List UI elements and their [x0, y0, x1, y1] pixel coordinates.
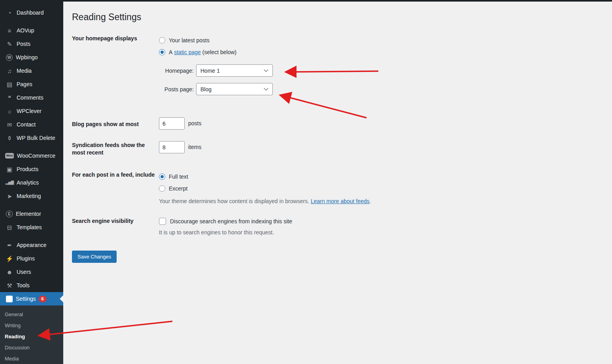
- sidebar-item-pages[interactable]: ▤ Pages: [0, 77, 63, 91]
- chevron-down-icon: [264, 86, 268, 90]
- settings-icon: ⇅: [6, 296, 13, 302]
- static-page-option[interactable]: A static page (select below): [159, 46, 604, 58]
- blog-pages-row: Blog pages show at most posts: [72, 117, 604, 130]
- sidebar-item-plugins[interactable]: ⚡ Plugins: [0, 252, 63, 265]
- homepage-select[interactable]: Home 1: [196, 64, 273, 77]
- submenu-item-reading[interactable]: Reading: [0, 331, 63, 342]
- feed-description-period: .: [370, 198, 371, 204]
- submenu-item-discussion[interactable]: Discussion: [0, 342, 63, 353]
- pushpin-icon: ✎: [6, 41, 13, 47]
- static-page-link[interactable]: static page: [174, 49, 201, 55]
- search-visibility-checkbox[interactable]: [159, 218, 166, 225]
- page-title: Reading Settings: [72, 12, 604, 23]
- full-text-option[interactable]: Full text: [159, 171, 604, 183]
- sidebar-item-label: Templates: [17, 224, 42, 230]
- sidebar-item-comments[interactable]: ❝ Comments: [0, 91, 63, 104]
- sidebar-item-tools[interactable]: ⚒ Tools: [0, 279, 63, 292]
- sidebar-item-media[interactable]: ♫ Media: [0, 64, 63, 77]
- search-visibility-row: Search engine visibility Discourage sear…: [72, 217, 604, 236]
- pages-icon: ▤: [6, 81, 13, 87]
- discourage-search-option[interactable]: Discourage search engines from indexing …: [159, 217, 604, 226]
- sidebar-item-analytics[interactable]: ▂▅▇ Analytics: [0, 176, 63, 189]
- sidebar-item-label: Contact: [17, 121, 36, 128]
- excerpt-option[interactable]: Excerpt: [159, 183, 604, 194]
- sidebar-item-label: WooCommerce: [17, 153, 55, 159]
- sidebar-item-aovup[interactable]: ≡ AOVup: [0, 24, 63, 37]
- sidebar-item-marketing[interactable]: ➤ Marketing: [0, 189, 63, 203]
- users-icon: ☻: [6, 269, 13, 275]
- mail-icon: ✉: [6, 122, 13, 128]
- sidebar-item-dashboard[interactable]: ◔ Dashboard: [0, 6, 63, 19]
- sidebar-item-label: Elementor: [16, 211, 41, 217]
- bar-chart-icon: ▂▅▇: [6, 181, 13, 185]
- lightbulb-icon: ☼: [6, 108, 13, 114]
- latest-posts-radio[interactable]: [159, 37, 165, 43]
- submenu-item-writing[interactable]: Writing: [0, 320, 63, 331]
- feed-description: Your theme determines how content is dis…: [159, 198, 604, 204]
- sidebar-item-wpbingo[interactable]: W Wpbingo: [0, 51, 63, 64]
- sidebar-item-label: Tools: [17, 282, 30, 289]
- homepage-displays-label: Your homepage displays: [72, 34, 159, 42]
- megaphone-icon: ➤: [6, 193, 13, 199]
- save-changes-button[interactable]: Save Changes: [72, 251, 117, 263]
- feed-content-row: For each post in a feed, include Full te…: [72, 171, 604, 204]
- folder-icon: ⊟: [6, 224, 13, 230]
- homepage-select-label: Homepage:: [159, 68, 194, 74]
- blog-pages-input[interactable]: [159, 117, 185, 130]
- sidebar-item-label: Pages: [17, 81, 32, 87]
- search-visibility-label: Search engine visibility: [72, 217, 159, 225]
- learn-more-feeds-link[interactable]: Learn more about feeds: [311, 198, 370, 204]
- homepage-select-value: Home 1: [200, 68, 220, 74]
- products-icon: ▣: [6, 166, 13, 172]
- homepage-displays-row: Your homepage displays Your latest posts…: [72, 34, 604, 95]
- posts-page-select-label: Posts page:: [159, 86, 194, 92]
- latest-posts-option[interactable]: Your latest posts: [159, 34, 604, 46]
- top-bar: [0, 0, 612, 2]
- syndication-row: Syndication feeds show the most recent i…: [72, 141, 604, 157]
- sidebar-item-label: Analytics: [17, 179, 39, 186]
- blog-pages-unit: posts: [188, 117, 201, 130]
- posts-page-select[interactable]: Blog: [196, 83, 273, 95]
- submenu-item-media[interactable]: Media: [0, 353, 63, 364]
- sidebar-item-label: Dashboard: [17, 9, 44, 16]
- submenu-item-general[interactable]: General: [0, 309, 63, 320]
- sidebar-item-label: Products: [17, 166, 38, 172]
- sidebar-item-label: WPClever: [17, 108, 42, 114]
- tools-icon: ⚒: [6, 283, 13, 289]
- sidebar-item-users[interactable]: ☻ Users: [0, 265, 63, 279]
- dashboard-icon: ◔: [6, 10, 13, 16]
- update-count-badge: 6: [39, 296, 47, 302]
- sidebar-item-label: Users: [17, 269, 31, 275]
- sidebar-item-posts[interactable]: ✎ Posts: [0, 37, 63, 51]
- active-menu-caret: [60, 295, 63, 302]
- sidebar-item-wpclever[interactable]: ☼ WPClever: [0, 104, 63, 118]
- search-visibility-description: It is up to search engines to honor this…: [159, 229, 604, 236]
- woocommerce-icon: Woo: [5, 153, 14, 158]
- excerpt-radio[interactable]: [159, 185, 165, 192]
- sidebar-item-label: Plugins: [17, 255, 35, 262]
- full-text-radio[interactable]: [159, 174, 165, 180]
- sidebar-item-products[interactable]: ▣ Products: [0, 162, 63, 176]
- sidebar-item-woocommerce[interactable]: Woo WooCommerce: [0, 149, 63, 162]
- feed-description-text: Your theme determines how content is dis…: [159, 198, 309, 204]
- sidebar-item-contact[interactable]: ✉ Contact: [0, 118, 63, 131]
- sidebar-item-label: Wpbingo: [16, 54, 38, 60]
- sidebar-item-wp-bulk-delete[interactable]: ⚱ WP Bulk Delete: [0, 131, 63, 145]
- settings-submenu: General Writing Reading Discussion Media: [0, 306, 63, 364]
- sidebar-item-appearance[interactable]: ✒ Appearance: [0, 238, 63, 252]
- wpbingo-icon: W: [6, 54, 13, 61]
- full-text-option-label: Full text: [169, 174, 188, 180]
- admin-menu: ◔ Dashboard ≡ AOVup ✎ Posts W Wpbingo ♫ …: [0, 0, 63, 306]
- sidebar-item-label: Comments: [17, 94, 43, 101]
- sidebar-item-templates[interactable]: ⊟ Templates: [0, 221, 63, 234]
- sidebar-item-settings[interactable]: ⇅ Settings 6: [0, 292, 63, 306]
- latest-posts-option-label: Your latest posts: [169, 37, 210, 43]
- sidebar-item-elementor[interactable]: E Elementor: [0, 207, 63, 221]
- sidebar-item-label: WP Bulk Delete: [17, 135, 55, 141]
- trash-icon: ⚱: [6, 135, 13, 141]
- admin-sidebar: ◔ Dashboard ≡ AOVup ✎ Posts W Wpbingo ♫ …: [0, 0, 63, 364]
- static-page-radio[interactable]: [159, 49, 165, 55]
- syndication-label: Syndication feeds show the most recent: [72, 141, 159, 157]
- syndication-input[interactable]: [159, 141, 185, 153]
- discourage-search-label: Discourage search engines from indexing …: [170, 218, 292, 224]
